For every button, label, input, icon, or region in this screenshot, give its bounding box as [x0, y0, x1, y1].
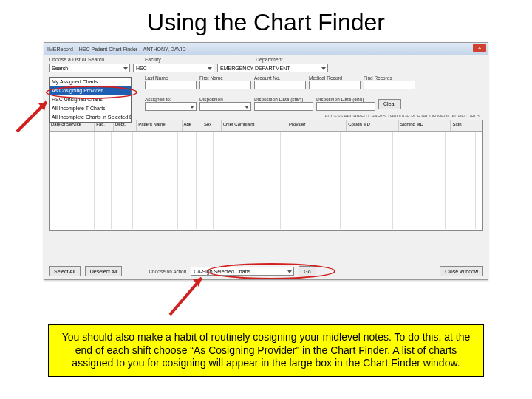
label-mrn: Medical Record	[309, 75, 361, 81]
label-dispend: Disposition Date (end)	[316, 97, 375, 102]
results-grid[interactable]: Date of Service Fac. Dept. Patient Name …	[49, 120, 483, 231]
close-icon[interactable]: ×	[473, 44, 486, 52]
select-all-button[interactable]: Select All	[49, 266, 81, 276]
label-lastname: Last Name	[145, 75, 197, 81]
dispstart-input[interactable]	[254, 102, 313, 111]
option-my-assigned[interactable]: My Assigned Charts	[50, 78, 131, 86]
lastname-input[interactable]	[145, 81, 197, 89]
deselect-all-button[interactable]: Deselect All	[85, 266, 123, 276]
mrn-input[interactable]	[309, 81, 361, 89]
search-mode-dropdown[interactable]: Search	[49, 64, 130, 72]
col-patient: Patient Name	[137, 120, 182, 131]
svg-line-2	[170, 278, 202, 315]
col-sign: Sign	[451, 120, 482, 131]
col-complaint: Chief Complaint	[222, 120, 287, 131]
label-choose-list: Choose a List or Search	[49, 57, 145, 62]
grid-body	[50, 132, 482, 229]
go-button[interactable]: Go	[299, 266, 316, 276]
label-disposition: Disposition	[200, 97, 251, 102]
col-sex: Sex	[202, 120, 222, 131]
close-window-button[interactable]: Close Window	[440, 266, 483, 276]
col-signing: Signing MD	[399, 120, 451, 131]
department-dropdown[interactable]: EMERGENCY DEPARTMENT	[217, 64, 328, 72]
bottom-bar: Select All Deselect All Choose an Action…	[49, 266, 483, 276]
label-assigned: Assigned to:	[145, 97, 197, 102]
instruction-caption: You should also make a habit of routinel…	[48, 324, 484, 377]
findrec-input[interactable]	[364, 81, 415, 89]
clear-button[interactable]: Clear	[378, 99, 401, 109]
option-incomplete-tcharts[interactable]: All Incomplete T-Charts	[50, 104, 131, 113]
col-provider: Provider	[287, 120, 347, 131]
option-unsigned-charts[interactable]: HSC Unsigned Charts	[50, 95, 131, 104]
svg-line-0	[17, 102, 47, 132]
option-cosigning-provider[interactable]: As Cosigning Provider	[50, 86, 131, 95]
label-facility: Facility	[145, 57, 256, 62]
slide-title: Using the Chart Finder	[0, 9, 532, 36]
dispend-input[interactable]	[316, 102, 375, 111]
firstname-input[interactable]	[200, 81, 251, 89]
assigned-dropdown[interactable]	[145, 102, 197, 111]
label-department: Department	[256, 57, 366, 62]
account-input[interactable]	[254, 81, 306, 89]
facility-dropdown[interactable]: HSC	[133, 64, 214, 72]
label-findrec: Find Records	[364, 75, 415, 81]
label-account: Account No.	[254, 75, 306, 81]
label-dispstart: Disposition Date (start)	[254, 97, 313, 102]
window-titlebar: IMERecord – HSC Patient Chart Finder – A…	[44, 43, 488, 55]
label-firstname: First Name	[200, 75, 251, 81]
chart-finder-window: IMERecord – HSC Patient Chart Finder – A…	[44, 42, 488, 280]
col-cosign: Cosign MD	[347, 120, 399, 131]
window-title: IMERecord – HSC Patient Chart Finder – A…	[47, 47, 186, 52]
section-labels: Choose a List or Search Facility Departm…	[44, 55, 488, 62]
option-incomplete-dept[interactable]: All Incomplete Charts in Selected Dept	[50, 113, 131, 122]
disposition-dropdown[interactable]	[200, 102, 251, 111]
action-dropdown[interactable]: Co-Sign Selected Charts	[191, 267, 294, 276]
label-choose-action: Choose an Action	[149, 269, 186, 274]
col-age: Age	[183, 120, 203, 131]
search-mode-options[interactable]: My Assigned Charts As Cosigning Provider…	[49, 77, 132, 123]
